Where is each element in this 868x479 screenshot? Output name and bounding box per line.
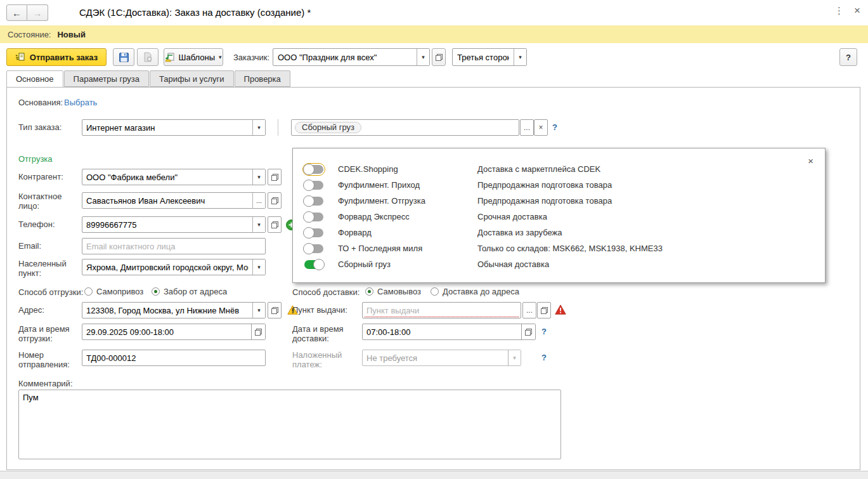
order-type-input[interactable] xyxy=(82,120,252,135)
phone-open-button[interactable] xyxy=(268,216,282,233)
toggle-off[interactable] xyxy=(304,244,323,253)
customer-open-button[interactable] xyxy=(432,48,446,66)
delivery-datetime-help-link[interactable]: ? xyxy=(541,327,547,336)
tariff-more-button[interactable]: ... xyxy=(520,119,534,136)
counterparty-open-button[interactable] xyxy=(268,169,282,185)
more-menu-icon[interactable]: ⋮ xyxy=(834,6,844,15)
delivery-datetime-input[interactable] xyxy=(363,324,521,339)
tariff-clear-button[interactable]: × xyxy=(534,119,548,136)
pickup-point-more-button[interactable]: ... xyxy=(522,302,536,318)
help-button[interactable]: ? xyxy=(839,48,857,66)
ellipsis-icon: ... xyxy=(524,123,530,132)
required-field-underline xyxy=(365,317,519,317)
send-order-button[interactable]: Отправить заказ xyxy=(6,48,107,66)
open-icon xyxy=(271,221,278,228)
city-input[interactable] xyxy=(82,259,252,275)
shipment-datetime-field xyxy=(82,324,266,340)
toggle-on[interactable] xyxy=(304,260,323,269)
back-button[interactable]: ← xyxy=(6,4,27,21)
delivery-datetime-field xyxy=(362,324,536,340)
toggle-off[interactable] xyxy=(304,197,323,206)
copy-button[interactable] xyxy=(137,48,159,66)
chevron-down-icon[interactable]: ▾ xyxy=(252,259,265,275)
chevron-down-icon[interactable]: ▾ xyxy=(514,49,526,65)
tab-cargo-params[interactable]: Параметры груза xyxy=(64,70,149,87)
tab-check[interactable]: Проверка xyxy=(235,70,290,87)
cod-help-link[interactable]: ? xyxy=(541,353,547,362)
comment-label: Комментарий: xyxy=(18,379,73,388)
splitter[interactable] xyxy=(278,119,278,136)
payer-input[interactable] xyxy=(453,49,514,65)
tariff-name: Фулфилмент. Отгрузка xyxy=(338,196,477,206)
tab-bar: Основное Параметры груза Тарифы и услуги… xyxy=(6,70,291,88)
forward-arrow-icon: → xyxy=(33,8,42,18)
radio-label: Доставка до адреса xyxy=(443,287,519,296)
tariff-field: Сборный груз xyxy=(291,119,519,136)
delivery-datetime-open-button[interactable] xyxy=(521,324,535,339)
chevron-down-icon[interactable]: ▾ xyxy=(252,217,265,232)
shipment-datetime-input[interactable] xyxy=(82,324,251,339)
email-label: Email: xyxy=(18,241,41,251)
city-combo: ▾ xyxy=(82,259,266,275)
pickup-point-input[interactable] xyxy=(363,303,521,318)
chevron-down-icon: ▾ xyxy=(508,350,521,365)
tab-tariffs-services[interactable]: Тарифы и услуги xyxy=(150,70,234,87)
close-icon[interactable]: × xyxy=(854,5,860,16)
contact-open-button[interactable] xyxy=(268,192,282,209)
shipment-method-label: Способ отгрузки: xyxy=(18,287,83,297)
ellipsis-icon[interactable]: ... xyxy=(252,193,265,208)
phone-input[interactable] xyxy=(82,217,252,232)
open-icon xyxy=(541,307,548,314)
tariff-tag[interactable]: Сборный груз xyxy=(295,122,361,133)
chevron-down-icon[interactable]: ▾ xyxy=(252,303,265,318)
customer-input[interactable] xyxy=(273,49,417,65)
tariff-description: Доставка с маркетплейса CDEK xyxy=(477,164,600,174)
open-icon xyxy=(525,329,532,336)
close-icon: × xyxy=(538,123,543,132)
cdek-order-window: ← → СДЭК (1С:Доставка): Заказ на доставк… xyxy=(0,0,868,479)
radio-dostavka-do-adresa[interactable]: Доставка до адреса xyxy=(431,287,519,296)
toggle-off[interactable] xyxy=(304,228,323,237)
tariff-help-link[interactable]: ? xyxy=(552,122,557,132)
radio-zabor-ot-adresa[interactable]: Забор от адреса xyxy=(152,287,227,296)
contact-input[interactable] xyxy=(82,193,252,208)
counterparty-combo: ▾ xyxy=(82,169,266,185)
address-open-button[interactable] xyxy=(268,302,282,318)
save-floppy-icon xyxy=(119,53,129,62)
window-footer xyxy=(0,471,868,479)
chevron-down-icon[interactable]: ▾ xyxy=(252,169,265,185)
toggle-off[interactable] xyxy=(304,165,323,174)
toggle-off[interactable] xyxy=(304,213,323,221)
tariff-popup: × CDEK.Shopping Доставка с маркетплейса … xyxy=(292,148,826,283)
tab-main[interactable]: Основное xyxy=(6,70,63,88)
delivery-method-label: Способ доставки: xyxy=(292,287,360,297)
address-input[interactable] xyxy=(82,303,252,318)
contact-label: Контактное лицо: xyxy=(18,192,79,211)
save-button[interactable] xyxy=(113,48,134,66)
radio-samoprivoz[interactable]: Самопривоз xyxy=(84,287,143,296)
payer-combo: ▾ xyxy=(452,48,527,66)
chevron-down-icon[interactable]: ▾ xyxy=(252,120,265,135)
templates-button[interactable]: Шаблоны ▾ xyxy=(164,48,223,66)
toggle-off[interactable] xyxy=(304,181,323,190)
back-arrow-icon: ← xyxy=(12,8,22,18)
status-value: Новый xyxy=(57,30,85,39)
radio-icon xyxy=(84,287,93,296)
email-input[interactable] xyxy=(82,239,265,254)
question-icon: ? xyxy=(846,53,851,62)
forward-button[interactable]: → xyxy=(27,4,48,21)
chevron-down-icon[interactable]: ▾ xyxy=(417,49,429,65)
cod-input[interactable] xyxy=(363,350,508,365)
shipment-datetime-open-button[interactable] xyxy=(251,324,265,339)
comment-textarea[interactable]: Пум xyxy=(18,390,561,459)
radio-samovyvoz[interactable]: Самовывоз xyxy=(365,287,421,296)
shipment-number-input[interactable] xyxy=(82,350,265,365)
counterparty-input[interactable] xyxy=(82,169,252,185)
customer-combo: ▾ xyxy=(273,48,430,66)
order-type-label: Тип заказа: xyxy=(18,122,62,132)
tariff-description: Предпродажная подготовка товара xyxy=(477,196,612,206)
basis-select-link[interactable]: Выбрать xyxy=(64,98,97,107)
tariff-description: Обычная доставка xyxy=(477,259,549,269)
main-form: Основания: Выбрать Тип заказа: ▾ Сборный… xyxy=(6,87,860,470)
pickup-point-open-button[interactable] xyxy=(537,302,551,318)
